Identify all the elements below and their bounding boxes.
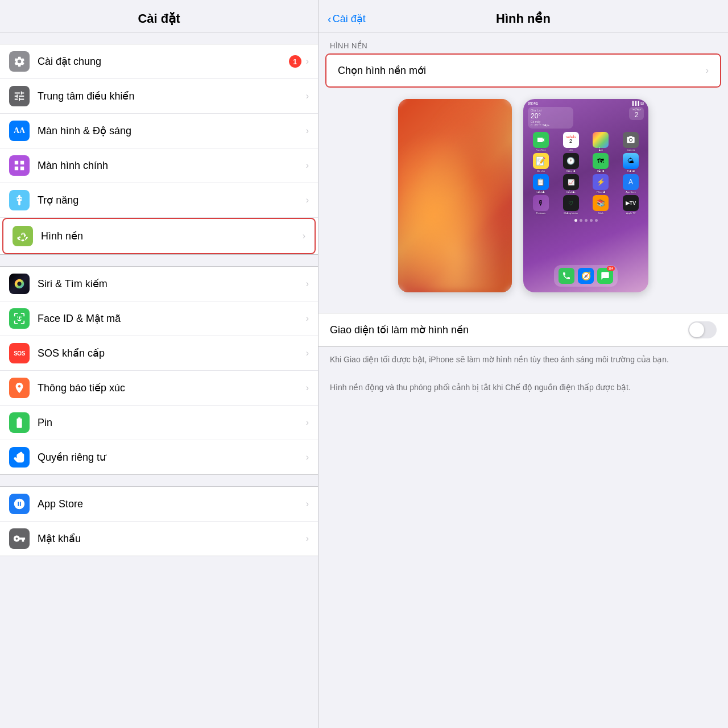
back-button[interactable]: ‹ Cài đặt	[328, 13, 366, 26]
phone-temp: 20°	[531, 112, 570, 120]
choose-wallpaper-group: Chọn hình nền mới ›	[325, 53, 721, 88]
sidebar-item-cai-dat-chung[interactable]: Cài đặt chung 1 ›	[0, 44, 318, 79]
sidebar-item-quyen-rieng-tu[interactable]: Quyền riêng tư ›	[0, 440, 318, 474]
thong-bao-chevron: ›	[306, 383, 309, 393]
books-label: Sách	[598, 212, 603, 214]
phone-app-thoitiet: 🌤 Thời tiết	[617, 153, 645, 172]
podcasts-label: Podcasts	[536, 212, 545, 214]
phone-status-bar: 09:41 ▐▐▐ ⊡	[523, 99, 648, 106]
lock-screen-bg	[398, 99, 512, 292]
phone-weather-desc: Có mâyC: 28° T: Tiếp+	[531, 120, 570, 127]
phone-page-dots	[523, 217, 648, 224]
cai-dat-chung-chevron: ›	[306, 56, 309, 67]
sos-icon: SOS	[9, 343, 30, 363]
choose-wallpaper-item[interactable]: Chọn hình nền mới ›	[326, 55, 720, 86]
sos-chevron: ›	[306, 348, 309, 358]
phone-app-bandostp: 🗺 Bản đồ	[587, 153, 615, 172]
tro-nang-label: Trợ năng	[38, 194, 306, 206]
phone-app-note: 📝 Ghi chú	[527, 153, 555, 172]
camera-label: Camera	[627, 148, 635, 151]
weather-label: Thời tiết	[627, 169, 635, 172]
sidebar-item-tro-nang[interactable]: Trợ năng ›	[0, 183, 318, 218]
app-store-label: App Store	[38, 498, 306, 510]
quyen-rieng-tu-chevron: ›	[306, 452, 309, 462]
phone-dock: 🧭 164	[554, 265, 618, 287]
dock-safari-icon: 🧭	[578, 268, 594, 284]
description-1: Khi Giao diện tối được bật, iPhone sẽ là…	[318, 347, 728, 370]
clock-label: Đồng hồ	[566, 169, 575, 172]
sidebar-item-app-store[interactable]: App Store ›	[0, 487, 318, 522]
maps-label: Bản đồ	[597, 169, 604, 172]
grid-icon	[9, 155, 30, 176]
phone-date-widget: THỨ BẢY 2	[629, 107, 644, 120]
home-screen-preview[interactable]: 09:41 ▐▐▐ ⊡ Gia Lai 20° Có mâyC: 28° T: …	[523, 99, 648, 292]
sidebar-item-thong-bao-tiep-xuc[interactable]: Thông báo tiếp xúc ›	[0, 371, 318, 406]
phone-app-philam: ⚡ Phím tắt	[587, 174, 615, 193]
back-chevron-icon: ‹	[328, 13, 332, 26]
phone-day: 2	[631, 111, 642, 119]
pin-chevron: ›	[306, 417, 309, 428]
settings-group-2: Siri & Tìm kiếm › Face ID & Mật mã ›	[0, 266, 318, 475]
choose-wallpaper-chevron: ›	[706, 65, 709, 76]
appstore-icon	[9, 494, 30, 514]
notes-label: Ghi chú	[537, 169, 545, 172]
sidebar-item-sos-khan-cap[interactable]: SOS SOS khẩn cấp ›	[0, 336, 318, 371]
podcasts-app-icon: 🎙	[533, 195, 549, 211]
phone-apps-grid: FaceTime THỨ BẢY 2 Lịch Ảnh	[523, 130, 648, 217]
sidebar-item-pin[interactable]: Pin ›	[0, 406, 318, 440]
notes-app-icon: 📝	[533, 153, 549, 169]
gear-icon	[9, 51, 30, 72]
dark-mode-toggle[interactable]	[688, 321, 717, 338]
accessibility-icon	[9, 190, 30, 210]
sos-label: SOS khẩn cấp	[38, 347, 306, 359]
appstore-app-label: App Store	[626, 191, 636, 193]
clock-app-icon: 🕐	[563, 153, 579, 169]
messages-badge: 164	[607, 266, 615, 271]
reminders-label: Lời nhắc	[537, 191, 545, 193]
sidebar-item-man-hinh-do-sang[interactable]: AA Màn hình & Độ sáng ›	[0, 114, 318, 148]
maps-app-icon: 🗺	[593, 153, 609, 169]
man-hinh-chinh-label: Màn hình chính	[38, 160, 306, 172]
hinh-nen-label: Hình nền	[41, 230, 303, 242]
sidebar-item-man-hinh-chinh[interactable]: Màn hình chính ›	[0, 148, 318, 183]
health-app-icon: ♡	[563, 195, 579, 211]
textsize-icon: AA	[9, 121, 30, 141]
sidebar-item-mat-khau[interactable]: Mật khẩu ›	[0, 522, 318, 556]
section-label-hinh-nen: HÌNH NỀN	[318, 32, 728, 53]
phone-time: 09:41	[528, 101, 538, 106]
left-header: Cài đặt	[0, 0, 318, 32]
phone-app-appstore-2: A App Store	[617, 174, 645, 193]
description-2: Hình nền động và thu phóng phối cảnh bị …	[318, 375, 728, 398]
phone-app-podcast: 🎙 Podcasts	[527, 195, 555, 214]
stocks-label: Cổ phiếu	[566, 191, 576, 193]
pin-label: Pin	[38, 417, 306, 429]
weather-app-icon: 🌤	[623, 153, 639, 169]
phone-app-chungkhoan: 📈 Cổ phiếu	[557, 174, 585, 193]
faceid-icon	[9, 308, 30, 329]
facetime-app-icon	[533, 132, 549, 148]
photos-app-icon	[593, 132, 609, 148]
siri-chevron: ›	[306, 279, 309, 289]
phone-app-lotrinh: 📋 Lời nhắc	[527, 174, 555, 193]
hinh-nen-chevron: ›	[303, 231, 305, 241]
mat-khau-chevron: ›	[306, 533, 309, 544]
man-hinh-do-sang-chevron: ›	[306, 126, 309, 136]
appletv-label: Apple TV	[626, 212, 635, 214]
dock-messages-icon: 164	[597, 268, 613, 284]
dot-5	[595, 219, 598, 222]
calendar-app-icon: THỨ BẢY 2	[563, 132, 579, 148]
sidebar-item-hinh-nen[interactable]: Hình nền ›	[2, 218, 316, 254]
right-panel: ‹ Cài đặt Hình nền HÌNH NỀN Chọn hình nề…	[318, 0, 728, 728]
siri-icon	[9, 274, 30, 294]
sidebar-item-trung-tam-dieu-khien[interactable]: Trung tâm điều khiển ›	[0, 79, 318, 114]
phone-app-facetime: FaceTime	[527, 132, 555, 151]
sidebar-item-face-id[interactable]: Face ID & Mật mã ›	[0, 301, 318, 336]
phone-app-anh: Ảnh	[587, 132, 615, 151]
books-app-icon: 📚	[593, 195, 609, 211]
battery-icon	[9, 412, 30, 433]
choose-wallpaper-label: Chọn hình nền mới	[338, 64, 706, 77]
lock-screen-preview[interactable]	[398, 99, 512, 292]
sliders-icon	[9, 86, 30, 106]
sidebar-item-siri-tim-kiem[interactable]: Siri & Tìm kiếm ›	[0, 267, 318, 301]
appletv-app-icon: ▶TV	[623, 195, 639, 211]
